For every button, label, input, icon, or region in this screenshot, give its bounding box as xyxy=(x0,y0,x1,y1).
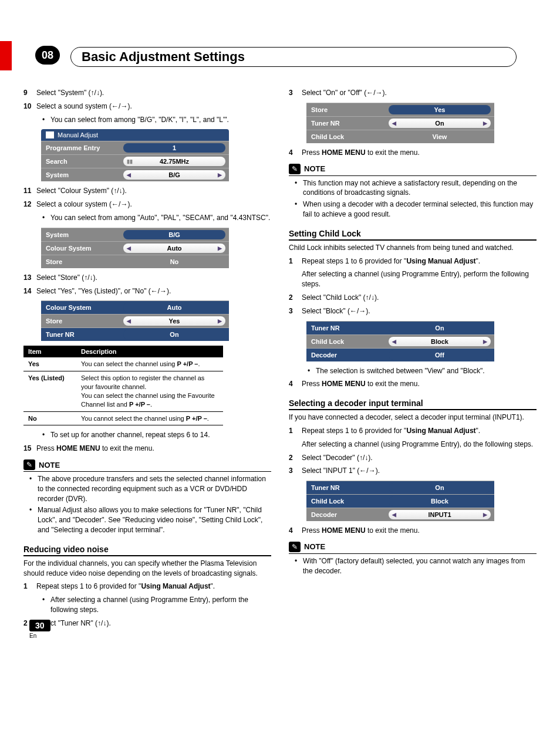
menu-row-label: Child Lock xyxy=(306,336,389,347)
note-heading: ✎ NOTE xyxy=(289,164,537,176)
section-heading-reducing-video-noise: Reducing video noise xyxy=(23,545,271,556)
osd-menu-tuner-nr: StoreYes Tuner NR◀On▶ Child LockView xyxy=(306,103,494,143)
menu-header-label: Manual Adjust xyxy=(58,131,98,138)
chapter-title: Basic Adjustment Settings xyxy=(82,49,245,64)
step-text: Repeat steps 1 to 6 provided for "Using … xyxy=(36,582,271,592)
step-number: 12 xyxy=(23,200,36,209)
bullet-text: The selection is switched between "View"… xyxy=(316,366,485,376)
paragraph: Child Lock inhibits selected TV channels… xyxy=(289,243,537,253)
step-text: Press HOME MENU to exit the menu. xyxy=(302,148,537,158)
step-text: Select "Tuner NR" (↑/↓). xyxy=(36,619,271,628)
menu-row-value: ◀B/G▶ xyxy=(123,170,225,180)
menu-row-value: View xyxy=(389,132,491,141)
page-footer: 30 En xyxy=(29,620,50,639)
menu-row-label: Child Lock xyxy=(306,131,389,143)
menu-row-value: ◀Block▶ xyxy=(389,337,491,346)
arrow-right-icon: ▶ xyxy=(483,120,487,126)
menu-row-label: Child Lock xyxy=(306,495,389,507)
osd-menu-decoder: Tuner NROn Child LockBlock Decoder◀INPUT… xyxy=(306,481,494,521)
arrow-left-icon: ◀ xyxy=(392,512,396,518)
step-number: 1 xyxy=(289,426,302,436)
arrow-left-icon: ◀ xyxy=(392,120,396,126)
step-sub-text: After selecting a channel (using Program… xyxy=(302,269,537,289)
step-text: Select "Colour System" (↑/↓). xyxy=(36,186,271,196)
menu-icon xyxy=(46,131,54,138)
menu-row-label: Search xyxy=(41,156,123,167)
menu-row-value: ◀On▶ xyxy=(389,119,491,128)
chapter-title-wrap: Basic Adjustment Settings xyxy=(70,47,517,67)
step-text: Press HOME MENU to exit the menu. xyxy=(302,526,537,536)
note-label: NOTE xyxy=(304,164,325,173)
menu-row-label: Tuner NR xyxy=(306,117,389,129)
right-column: 3Select "On" or "Off" (←/→). StoreYes Tu… xyxy=(289,85,537,632)
arrow-right-icon: ▶ xyxy=(218,245,222,251)
step-text: Press HOME MENU to exit the menu. xyxy=(36,444,271,454)
note-label: NOTE xyxy=(39,461,60,469)
chapter-number-badge: 08 xyxy=(35,46,60,65)
step-text: Repeat steps 1 to 6 provided for "Using … xyxy=(302,426,537,436)
step-text: Select "Child Lock" (↑/↓). xyxy=(302,293,537,303)
table-header: Description xyxy=(76,346,223,357)
menu-row-label: Programme Entry xyxy=(41,142,123,154)
osd-menu-child-lock: Tuner NROn Child Lock◀Block▶ DecoderOff xyxy=(306,321,494,361)
step-number: 4 xyxy=(289,526,302,536)
table-cell: You can select the channel using P +/P –… xyxy=(76,357,223,371)
menu-row-label: System xyxy=(41,229,123,241)
menu-row-value: On xyxy=(389,323,491,333)
menu-row-label: Tuner NR xyxy=(306,322,389,334)
step-text: Select a sound system (←/→). xyxy=(36,102,271,111)
step-number: 4 xyxy=(289,379,302,389)
step-number: 11 xyxy=(23,186,36,196)
bullet-text: To set up for another channel, repeat st… xyxy=(50,430,210,440)
arrow-right-icon: ▶ xyxy=(218,172,222,178)
step-number: 4 xyxy=(289,148,302,158)
step-number: 13 xyxy=(23,273,36,283)
table-cell: No xyxy=(23,411,76,425)
step-number: 2 xyxy=(289,453,302,463)
left-column: 9Select "System" (↑/↓). 10Select a sound… xyxy=(23,85,271,632)
table-cell: You cannot select the channel using P +/… xyxy=(76,411,223,425)
pause-icon: ▮▮ xyxy=(127,158,133,164)
osd-menu-colour-system: SystemB/G Colour System◀Auto▶ StoreNo xyxy=(41,228,229,268)
step-number: 9 xyxy=(23,88,36,98)
menu-row-value: No xyxy=(123,257,225,266)
osd-menu-manual-adjust: Manual Adjust Programme Entry1 Search▮▮4… xyxy=(41,129,229,181)
menu-row-label: System xyxy=(41,169,123,181)
pencil-icon: ✎ xyxy=(289,542,301,552)
step-number: 15 xyxy=(23,444,36,454)
arrow-left-icon: ◀ xyxy=(127,245,131,251)
page-number: 30 xyxy=(29,620,50,631)
menu-row-label: Store xyxy=(41,315,123,327)
step-number: 1 xyxy=(289,256,302,266)
note-label: NOTE xyxy=(304,542,325,551)
step-number: 1 xyxy=(23,582,36,592)
step-number: 10 xyxy=(23,102,36,111)
table-cell: Yes (Listed) xyxy=(23,371,76,411)
menu-row-label: Tuner NR xyxy=(306,482,389,494)
margin-red-bar xyxy=(0,41,12,70)
paragraph: For the individual channels, you can spe… xyxy=(23,559,271,579)
arrow-right-icon: ▶ xyxy=(483,512,487,518)
pencil-icon: ✎ xyxy=(289,164,301,174)
menu-row-value: ◀INPUT1▶ xyxy=(389,510,491,519)
step-text: Select "System" (↑/↓). xyxy=(36,88,271,98)
store-options-table: ItemDescription YesYou can select the ch… xyxy=(23,346,223,425)
bullet-text: You can select from among "Auto", "PAL",… xyxy=(50,213,270,223)
section-heading-child-lock: Setting Child Lock xyxy=(289,229,537,241)
step-sub-text: After selecting a channel (using Program… xyxy=(302,440,537,450)
note-heading: ✎ NOTE xyxy=(289,542,537,554)
arrow-right-icon: ▶ xyxy=(483,339,487,344)
note-text: When using a decoder with a decoder term… xyxy=(303,200,537,219)
note-text: Manual Adjust also allows you to make se… xyxy=(38,505,271,535)
note-heading: ✎ NOTE xyxy=(23,459,271,472)
menu-row-label: Decoder xyxy=(306,509,389,521)
arrow-left-icon: ◀ xyxy=(392,339,396,344)
page-language: En xyxy=(29,633,50,639)
step-text: Select a colour system (←/→). xyxy=(36,200,271,209)
menu-row-value: ◀Auto▶ xyxy=(123,244,225,253)
bullet-text: You can select from among "B/G", "D/K", … xyxy=(50,115,229,125)
menu-row-value: ▮▮42.75MHz xyxy=(123,157,225,166)
section-heading-decoder: Selecting a decoder input terminal xyxy=(289,398,537,410)
bullet-text: After selecting a channel (using Program… xyxy=(50,595,271,615)
menu-row-label: Store xyxy=(306,104,389,116)
